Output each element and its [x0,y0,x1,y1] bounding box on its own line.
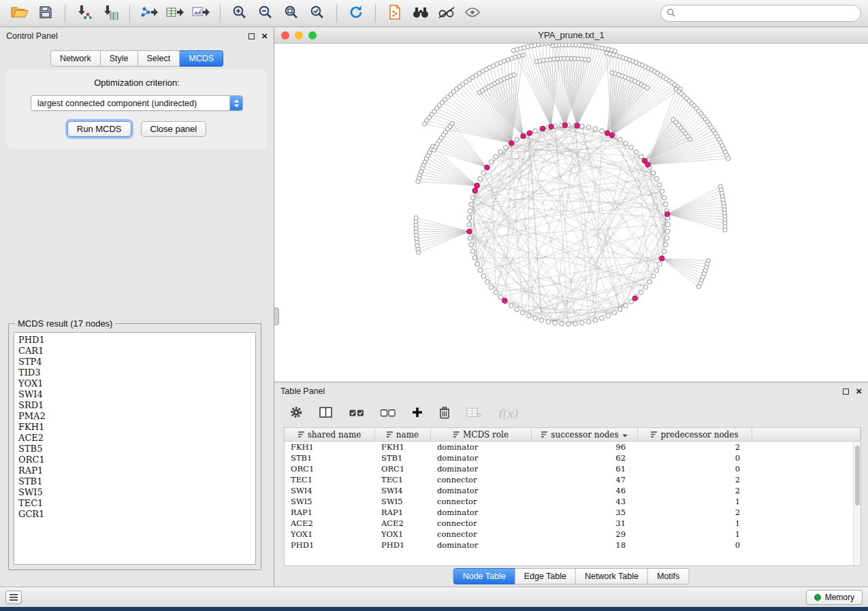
table-cell[interactable]: SWI4 [285,485,375,496]
table-cell[interactable] [752,540,861,550]
import-table-button[interactable] [97,3,123,24]
tab-node-table[interactable]: Node Table [453,568,515,584]
tab-edge-table[interactable]: Edge Table [515,568,576,584]
table-cell[interactable]: 2 [638,474,752,485]
close-window-icon[interactable] [281,31,289,39]
table-cell[interactable]: connector [431,529,532,540]
tab-mcds[interactable]: MCDS [180,50,223,67]
table-cell[interactable]: 2 [638,442,752,452]
minimize-window-icon[interactable] [295,31,303,39]
table-cell[interactable]: YOX1 [285,529,375,540]
table-cell[interactable]: PHD1 [285,540,375,550]
network-graph[interactable] [274,44,866,382]
table-cell[interactable]: 1 [638,496,752,507]
search-input[interactable] [679,9,855,18]
refresh-layout-button[interactable] [343,3,369,24]
table-cell[interactable]: 46 [532,485,638,496]
table-row[interactable]: TEC1TEC1connector472 [285,474,861,485]
splitter-handle[interactable] [274,308,279,325]
open-file-button[interactable] [7,3,33,24]
deselect-all-columns-button[interactable] [381,408,396,420]
close-panel-icon[interactable]: × [261,33,268,39]
table-cell[interactable]: TEC1 [375,474,431,485]
table-row[interactable]: SWI5SWI5connector431 [285,496,861,507]
delete-column-button[interactable] [439,406,450,422]
zoom-selected-button[interactable] [304,3,330,24]
table-cell[interactable]: SWI5 [375,496,431,507]
mcds-result-item[interactable]: SWI4 [18,389,251,400]
table-cell[interactable] [752,442,861,452]
table-cell[interactable]: dominator [431,452,532,463]
column-header-mcds-role[interactable]: MCDS role [431,428,532,441]
table-cell[interactable]: 29 [532,529,638,540]
table-cell[interactable]: SWI5 [285,496,375,507]
table-cell[interactable] [752,518,861,529]
tab-motifs[interactable]: Motifs [648,568,689,584]
table-cell[interactable]: 96 [532,442,638,452]
table-cell[interactable]: 43 [532,496,638,507]
select-all-columns-button[interactable] [349,408,364,420]
tab-network-table[interactable]: Network Table [576,568,648,584]
network-canvas[interactable] [274,44,868,382]
tab-network[interactable]: Network [50,50,101,67]
table-cell[interactable]: 61 [532,463,638,474]
mcds-result-item[interactable]: FKH1 [18,422,251,433]
table-cell[interactable]: connector [431,474,532,485]
tab-style[interactable]: Style [101,50,138,67]
mcds-result-list[interactable]: PHD1CAR1STP4TID3YOX1SWI4SRD1PMA2FKH1ACE2… [14,332,256,565]
table-cell[interactable]: RAP1 [375,507,431,518]
table-row[interactable]: STB1STB1dominator620 [285,452,861,463]
copy-document-button[interactable] [382,3,408,24]
table-row[interactable]: YOX1YOX1connector291 [285,529,861,540]
table-vertical-scrollbar[interactable] [853,442,861,565]
table-row[interactable]: FKH1FKH1dominator962 [285,442,861,452]
table-cell[interactable]: ACE2 [285,518,375,529]
table-cell[interactable]: 31 [532,518,638,529]
table-cell[interactable]: ACE2 [375,518,431,529]
mcds-result-item[interactable]: RAP1 [18,465,251,476]
table-cell[interactable]: 18 [532,540,638,550]
table-cell[interactable]: RAP1 [285,507,375,518]
close-panel-button[interactable]: Close panel [141,121,207,137]
table-cell[interactable]: FKH1 [285,442,375,452]
zoom-fit-button[interactable] [278,3,304,24]
mcds-result-item[interactable]: SWI5 [18,487,251,498]
table-cell[interactable] [752,507,861,518]
show-all-button[interactable] [460,3,485,24]
table-cell[interactable]: 0 [638,463,752,474]
table-cell[interactable]: 1 [638,529,752,540]
scrollbar-thumb[interactable] [855,446,860,506]
memory-button[interactable]: Memory [806,590,863,605]
table-cell[interactable] [752,463,861,474]
column-header-name[interactable]: name [375,428,431,441]
mcds-result-item[interactable]: PHD1 [18,335,251,346]
mcds-result-item[interactable]: STB5 [18,444,251,455]
float-panel-icon[interactable] [248,33,255,39]
table-settings-button[interactable] [289,406,303,422]
table-cell[interactable]: STB1 [375,452,431,463]
zoom-out-button[interactable] [253,3,278,24]
close-table-panel-icon[interactable]: × [856,388,862,395]
table-cell[interactable]: connector [431,496,532,507]
save-session-button[interactable] [33,3,59,24]
table-cell[interactable]: TEC1 [285,474,375,485]
table-cell[interactable]: 1 [638,518,752,529]
table-row[interactable]: PHD1PHD1dominator180 [285,540,861,550]
mcds-result-item[interactable]: ORC1 [18,455,251,465]
export-image-button[interactable] [188,3,214,24]
table-cell[interactable]: ORC1 [285,463,375,474]
table-cell[interactable] [752,452,861,463]
mcds-result-item[interactable]: YOX1 [18,378,251,389]
network-window-titlebar[interactable]: YPA_prune.txt_1 [274,27,868,44]
table-cell[interactable]: dominator [431,442,532,452]
table-cell[interactable]: PHD1 [375,540,431,550]
table-cell[interactable]: 35 [532,507,638,518]
maximize-window-icon[interactable] [308,31,317,39]
column-header-shared-name[interactable]: shared name [285,428,375,441]
table-cell[interactable]: 2 [638,485,752,496]
zoom-in-button[interactable] [227,3,253,24]
table-row[interactable]: RAP1RAP1dominator352 [285,507,861,518]
mcds-result-item[interactable]: TEC1 [18,498,251,509]
table-cell[interactable]: 62 [532,452,638,463]
table-cell[interactable]: connector [431,518,532,529]
